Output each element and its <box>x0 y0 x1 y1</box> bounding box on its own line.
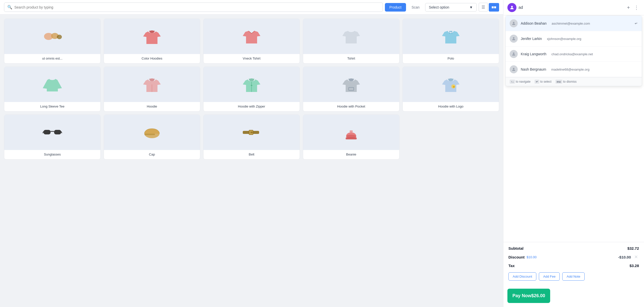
add-note-button[interactable]: Add Note <box>562 272 584 281</box>
dropdown-customer-item[interactable]: Jenifer Larkin xjohnson@example.org <box>506 31 642 46</box>
svg-text:😊: 😊 <box>453 85 455 88</box>
product-card[interactable]: Hoodie <box>104 67 200 112</box>
select-hint: ↵ to select <box>535 80 551 83</box>
navigate-hint: ↑↓ to navigate <box>510 80 531 83</box>
enter-icon: ↵ <box>635 21 638 25</box>
add-fee-button[interactable]: Add Fee <box>539 272 560 281</box>
header-actions: + ⋮ <box>626 4 640 12</box>
grid-view-button[interactable]: ■■ <box>489 3 499 12</box>
svg-rect-22 <box>350 130 353 132</box>
product-image <box>204 19 300 54</box>
product-name: Tshirt <box>303 54 399 63</box>
product-card[interactable]: Hoodie with Zipper <box>203 67 300 112</box>
product-image <box>303 67 399 102</box>
svg-rect-11 <box>54 130 61 134</box>
subtotal-row: Subtotal $32.72 <box>508 246 639 250</box>
customer-avatar <box>507 3 516 12</box>
customer-dropdown-avatar <box>510 50 518 58</box>
customer-dropdown-name: Jenifer Larkin <box>521 37 542 41</box>
customer-dropdown-name: Nash Bergnaum <box>521 67 546 71</box>
subtotal-label: Subtotal <box>508 246 524 250</box>
product-image <box>403 19 499 54</box>
select-option-label: Select option <box>429 5 449 9</box>
product-card[interactable]: Belt <box>203 115 300 160</box>
top-bar: 🔍 Product Scan Select option ▼ ☰ ■■ <box>0 0 503 15</box>
svg-point-20 <box>346 135 356 138</box>
search-icon: 🔍 <box>7 5 12 10</box>
product-name: Polo <box>403 54 499 63</box>
product-image <box>104 19 200 54</box>
product-card[interactable]: Polo <box>403 19 499 64</box>
svg-point-24 <box>513 22 514 23</box>
pay-now-amount: $26.00 <box>531 293 545 298</box>
pay-now-label: Pay Now <box>512 293 531 298</box>
subtotal-value: $32.72 <box>627 246 639 250</box>
discount-label: Discount <box>508 255 525 259</box>
product-card[interactable]: Hoodie with Pocket <box>303 67 399 112</box>
product-image <box>104 115 200 150</box>
more-options-button[interactable]: ⋮ <box>633 4 640 12</box>
pay-now-footer: Pay Now $26.00 <box>503 289 644 307</box>
product-card[interactable]: Long Sleeve Tee <box>4 67 101 112</box>
customer-search-bar: + ⋮ <box>503 0 644 15</box>
product-card[interactable]: Beanie <box>303 115 399 160</box>
product-image <box>303 19 399 54</box>
svg-rect-21 <box>346 137 357 139</box>
svg-point-26 <box>513 53 514 54</box>
product-name: Sunglasses <box>4 150 100 159</box>
chevron-down-icon: ▼ <box>469 5 473 9</box>
dropdown-customer-item[interactable]: Kraig Langworth chad.ondricka@example.ne… <box>506 46 642 62</box>
customer-dropdown-avatar <box>510 65 518 73</box>
product-name: Vneck Tshirt <box>204 54 300 63</box>
dropdown-customer-item[interactable]: Nash Bergnaum madeline68@example.org <box>506 62 642 77</box>
product-image: 😊 <box>403 67 499 102</box>
svg-rect-10 <box>44 130 51 134</box>
order-summary: Subtotal $32.72 Discount $10.00 -$10.00 … <box>503 242 644 289</box>
remove-discount-button[interactable]: ✕ <box>633 254 639 260</box>
right-panel: + ⋮ Addison Beahan aschimmel@example.com… <box>503 0 644 307</box>
product-name: Hoodie with Zipper <box>204 102 300 111</box>
product-card[interactable]: Vneck Tshirt <box>203 19 300 64</box>
add-discount-button[interactable]: Add Discount <box>508 272 536 281</box>
customer-dropdown-name: Kraig Langworth <box>521 52 546 56</box>
select-option-dropdown[interactable]: Select option ▼ <box>425 3 477 12</box>
product-name: Hoodie with Pocket <box>303 102 399 111</box>
customer-dropdown-email: madeline68@example.org <box>551 68 589 71</box>
list-view-button[interactable]: ☰ <box>479 3 488 12</box>
product-name: ut omnis est... <box>4 54 100 63</box>
search-input[interactable] <box>14 5 380 9</box>
product-image <box>303 115 399 150</box>
svg-rect-16 <box>144 134 155 135</box>
scan-button[interactable]: Scan <box>408 3 423 12</box>
svg-line-14 <box>61 131 62 133</box>
add-customer-button[interactable]: + <box>626 4 631 12</box>
customer-dropdown: Addison Beahan aschimmel@example.com ↵ J… <box>505 16 642 86</box>
svg-point-25 <box>513 37 514 39</box>
pay-now-button[interactable]: Pay Now $26.00 <box>507 289 550 303</box>
customer-dropdown-avatar <box>510 19 518 27</box>
view-toggle: ☰ ■■ <box>479 3 499 12</box>
order-items <box>503 68 644 242</box>
product-card[interactable]: ut omnis est... <box>4 19 101 64</box>
svg-point-27 <box>513 68 514 69</box>
product-name: Hoodie with Logo <box>403 102 499 111</box>
product-grid: ut omnis est... Color Hoodies Vneck Tshi… <box>0 15 503 307</box>
product-card[interactable]: Color Hoodies <box>104 19 200 64</box>
dropdown-customer-item[interactable]: Addison Beahan aschimmel@example.com ↵ <box>506 16 642 31</box>
product-image <box>4 19 100 54</box>
discount-tag: $10.00 <box>527 255 537 259</box>
product-card[interactable]: Tshirt <box>303 19 399 64</box>
tax-value: $3.28 <box>629 264 639 268</box>
tax-label: Tax <box>508 264 515 268</box>
product-card[interactable]: 😊 Hoodie with Logo <box>403 67 499 112</box>
product-card[interactable]: Sunglasses <box>4 115 101 160</box>
product-image <box>204 115 300 150</box>
product-card[interactable]: Cap <box>104 115 200 160</box>
discount-label-group: Discount $10.00 <box>508 255 537 259</box>
customer-search-input[interactable] <box>518 5 624 10</box>
product-name: Color Hoodies <box>104 54 200 63</box>
svg-point-23 <box>511 6 513 8</box>
product-button[interactable]: Product <box>385 3 406 12</box>
customer-dropdown-name: Addison Beahan <box>521 21 547 25</box>
svg-rect-3 <box>449 31 452 32</box>
